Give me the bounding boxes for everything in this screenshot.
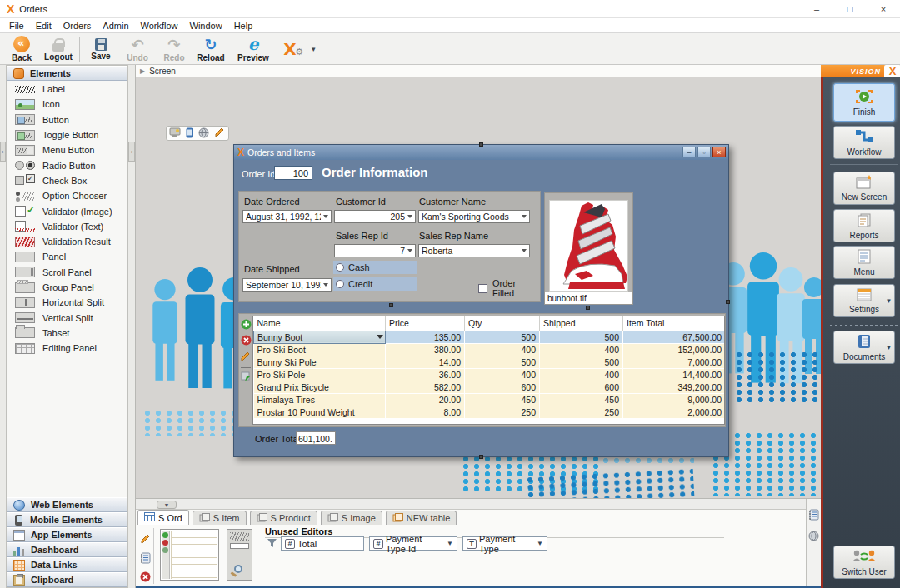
item-value-cell[interactable]: 500 xyxy=(540,331,623,343)
column-header-name[interactable]: Name xyxy=(254,316,386,331)
section-dash[interactable]: Dashboard xyxy=(7,542,128,557)
palette-item-radio[interactable]: Radio Button xyxy=(7,157,128,172)
table-row[interactable]: Prostar 10 Pound Weight8.002502502,000.0… xyxy=(254,406,726,418)
finish-button[interactable]: Finish xyxy=(833,83,895,122)
save-button[interactable]: Save xyxy=(82,35,119,63)
palette-item-vtext[interactable]: Validator (Text) xyxy=(7,219,128,234)
sidebar-collapse-handle[interactable]: ‹ xyxy=(128,142,135,162)
customer-name-combo[interactable]: Kam's Sporting Goods xyxy=(418,210,530,223)
item-value-cell[interactable]: 250 xyxy=(465,406,540,418)
item-value-cell[interactable]: 450 xyxy=(465,393,540,406)
table-row[interactable]: Himalaya Tires20.004504509,000.00 xyxy=(254,393,726,406)
item-value-cell[interactable]: 450 xyxy=(540,393,623,406)
workflow-button[interactable]: Workflow xyxy=(833,126,895,159)
notebook-icon[interactable] xyxy=(808,509,819,522)
item-name-cell[interactable]: Pro Ski Pole xyxy=(254,368,386,381)
item-name-cell[interactable]: Himalaya Tires xyxy=(254,393,386,406)
palette-item-check[interactable]: Check Box xyxy=(7,173,128,188)
table-row[interactable]: Bunny Ski Pole14.005005007,000.00 xyxy=(254,356,726,368)
minimize-button[interactable]: – xyxy=(800,0,833,18)
dialog-maximize-button[interactable]: ▫ xyxy=(698,147,711,157)
selection-handle[interactable] xyxy=(479,455,483,459)
delete-icon[interactable] xyxy=(140,571,151,584)
item-name-cell[interactable]: Prostar 10 Pound Weight xyxy=(254,406,386,418)
orders-and-items-dialog[interactable]: X Orders and Items –▫× Order Id 100 Orde… xyxy=(233,144,729,457)
palette-item-tabset[interactable]: Tabset xyxy=(7,326,128,341)
tab-s-image[interactable]: S Image xyxy=(321,511,382,525)
radio-icon[interactable] xyxy=(336,263,344,272)
palette-header[interactable]: Elements xyxy=(7,66,128,81)
section-app[interactable]: App Elements xyxy=(7,527,128,542)
search-panel-thumbnail[interactable] xyxy=(227,529,252,581)
item-value-cell[interactable]: 400 xyxy=(465,368,540,381)
item-value-cell[interactable]: 14,400.00 xyxy=(623,368,726,381)
item-name-cell[interactable]: Bunny Ski Pole xyxy=(254,356,386,368)
close-button[interactable]: × xyxy=(867,0,900,18)
documents-button[interactable]: Documents▼ xyxy=(833,331,895,364)
palette-item-menu[interactable]: Menu Button xyxy=(7,142,128,157)
menu-item-edit[interactable]: Edit xyxy=(30,19,58,32)
editor-chip-payment-type[interactable]: TPayment Type▼ xyxy=(462,536,548,551)
item-value-cell[interactable]: 500 xyxy=(465,331,540,343)
table-row[interactable]: Grand Prix Bicycle582.00600600349,200.00 xyxy=(254,381,726,393)
palette-item-option[interactable]: Option Chooser xyxy=(7,188,128,203)
item-value-cell[interactable]: 2,000.00 xyxy=(623,406,726,418)
switch-user-button[interactable]: Switch User xyxy=(833,546,895,579)
menu-item-orders[interactable]: Orders xyxy=(58,19,98,32)
menu-item-window[interactable]: Window xyxy=(184,19,228,32)
item-value-cell[interactable]: 135.00 xyxy=(386,331,465,343)
dropdown-caret-icon[interactable]: ▾ xyxy=(312,45,316,53)
menu-button[interactable]: Menu xyxy=(833,246,895,279)
item-value-cell[interactable]: 500 xyxy=(465,356,540,368)
tab-s-item[interactable]: S Item xyxy=(192,511,247,525)
sales-rep-name-combo[interactable]: Roberta xyxy=(418,244,530,257)
column-header-shipped[interactable]: Shipped xyxy=(540,316,623,331)
item-value-cell[interactable]: 8.00 xyxy=(386,406,465,418)
item-value-cell[interactable]: 20.00 xyxy=(386,393,465,406)
palette-item-icon[interactable]: Icon xyxy=(7,97,128,112)
item-name-cell[interactable]: Grand Prix Bicycle xyxy=(254,381,386,393)
preview-button[interactable]: Preview xyxy=(235,35,272,63)
menu-item-admin[interactable]: Admin xyxy=(97,19,134,32)
item-value-cell[interactable]: 250 xyxy=(540,406,623,418)
dialog-minimize-button[interactable]: – xyxy=(682,147,696,157)
table-row[interactable]: Pro Ski Pole36.0040040014,400.00 xyxy=(254,368,726,381)
item-value-cell[interactable]: 500 xyxy=(540,356,623,368)
payment-option-credit[interactable]: Credit xyxy=(333,277,417,291)
palette-item-button[interactable]: Button xyxy=(7,112,128,127)
section-clip[interactable]: Clipboard xyxy=(7,572,128,587)
new-screen-button[interactable]: New Screen xyxy=(833,172,895,205)
item-value-cell[interactable]: 14.00 xyxy=(386,356,465,368)
item-value-cell[interactable]: 400 xyxy=(465,343,540,356)
palette-item-vresult[interactable]: Validation Result xyxy=(7,234,128,249)
screen-tab-label[interactable]: Screen xyxy=(149,67,176,76)
palette-item-hsplit[interactable]: Horizontal Split xyxy=(7,295,128,310)
column-header-item-total[interactable]: Item Total xyxy=(623,316,726,331)
date-shipped-combo[interactable]: September 10, 1992, 1 xyxy=(242,278,332,292)
combo-caret-icon[interactable] xyxy=(377,335,383,339)
selection-handle[interactable] xyxy=(479,142,483,147)
item-value-cell[interactable]: 9,000.00 xyxy=(623,393,726,406)
section-web[interactable]: Web Elements xyxy=(7,497,128,512)
palette-item-toggle[interactable]: Toggle Button xyxy=(7,127,128,142)
item-value-cell[interactable]: 582.00 xyxy=(386,381,465,393)
items-table[interactable]: NamePriceQtyShippedItem TotalBunny Boot1… xyxy=(252,316,725,425)
tab-s-ord[interactable]: S Ord xyxy=(138,510,189,525)
table-row[interactable]: Bunny Boot135.0050050067,500.00 xyxy=(254,331,726,343)
reload-button[interactable]: Reload xyxy=(192,35,229,63)
palette-item-group[interactable]: Group Panel xyxy=(7,280,128,295)
item-value-cell[interactable]: 349,200.00 xyxy=(623,381,726,393)
column-header-price[interactable]: Price xyxy=(386,316,465,331)
menu-item-help[interactable]: Help xyxy=(228,19,259,32)
item-value-cell[interactable]: 152,000.00 xyxy=(623,343,726,356)
radio-icon[interactable] xyxy=(336,280,344,288)
column-header-qty[interactable]: Qty xyxy=(465,316,540,331)
item-name-cell[interactable]: Pro Ski Boot xyxy=(254,343,386,356)
bottom-panel-collapse-handle[interactable]: ▼ xyxy=(157,501,177,509)
item-value-cell[interactable]: 600 xyxy=(465,381,540,393)
item-name-cell[interactable]: Bunny Boot xyxy=(254,331,386,343)
menu-item-workflow[interactable]: Workflow xyxy=(135,19,184,32)
web-preview-icon[interactable] xyxy=(198,127,209,140)
sales-rep-id-combo[interactable]: 7 xyxy=(334,244,416,257)
link-icon[interactable] xyxy=(241,371,252,384)
